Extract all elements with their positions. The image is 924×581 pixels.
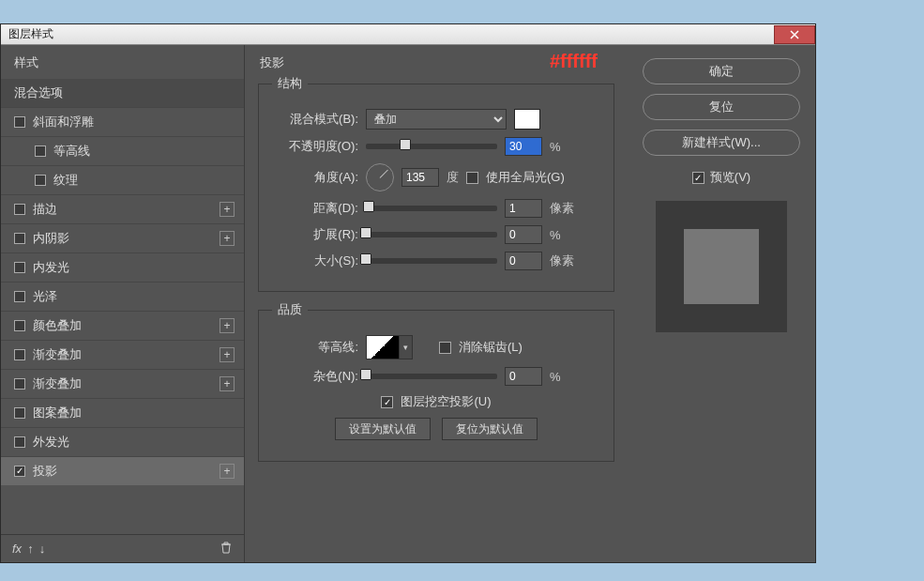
size-unit: 像素	[550, 252, 574, 269]
opacity-input[interactable]	[505, 137, 542, 156]
set-default-button[interactable]: 设置为默认值	[335, 418, 431, 440]
effect-item-9[interactable]: 渐变叠加+	[1, 369, 244, 398]
spread-label: 扩展(R):	[272, 226, 358, 243]
add-effect-icon[interactable]: +	[220, 231, 235, 246]
size-input[interactable]	[505, 252, 542, 270]
angle-dial[interactable]	[366, 163, 394, 191]
effect-checkbox[interactable]	[14, 466, 25, 477]
preview-checkbox[interactable]	[692, 172, 704, 184]
distance-unit: 像素	[550, 200, 574, 217]
structure-group: 结构 混合模式(B): 叠加 不透明度(O): % 角度(A):	[258, 75, 614, 292]
effect-item-11[interactable]: 外发光	[1, 427, 244, 456]
ok-button[interactable]: 确定	[643, 58, 800, 84]
effects-sidebar: 样式 混合选项 斜面和浮雕等高线纹理描边+内阴影+内发光光泽颜色叠加+渐变叠加+…	[1, 45, 245, 562]
effect-item-3[interactable]: 描边+	[1, 194, 244, 223]
opacity-slider[interactable]	[366, 144, 497, 149]
knockout-checkbox[interactable]	[381, 396, 393, 408]
preview-label: 预览(V)	[710, 169, 750, 186]
opacity-label: 不透明度(O):	[272, 138, 358, 155]
effect-item-4[interactable]: 内阴影+	[1, 223, 244, 252]
effect-checkbox[interactable]	[14, 116, 25, 128]
trash-icon[interactable]	[220, 541, 233, 557]
contour-picker[interactable]	[366, 335, 400, 359]
contour-label: 等高线:	[272, 339, 358, 356]
fx-menu-icon[interactable]: fx	[12, 542, 22, 556]
effect-item-12[interactable]: 投影+	[1, 456, 244, 485]
settings-panel: #ffffff 投影 结构 混合模式(B): 叠加 不透明度(O): %	[245, 45, 628, 562]
spread-slider[interactable]	[366, 232, 497, 237]
distance-slider[interactable]	[366, 206, 497, 211]
effect-checkbox[interactable]	[14, 262, 25, 273]
quality-group: 品质 等高线: ▾ 消除锯齿(L) 杂色(N): %	[258, 301, 614, 462]
effect-label: 投影	[33, 463, 220, 480]
effect-label: 光泽	[33, 288, 235, 305]
antialias-checkbox[interactable]	[439, 342, 451, 354]
effect-checkbox[interactable]	[14, 378, 25, 390]
effect-item-2[interactable]: 纹理	[1, 165, 244, 194]
color-swatch[interactable]	[514, 109, 540, 130]
global-light-checkbox[interactable]	[466, 172, 478, 184]
spread-unit: %	[550, 228, 561, 242]
effect-item-1[interactable]: 等高线	[1, 136, 244, 165]
effect-checkbox[interactable]	[35, 175, 46, 186]
effect-checkbox[interactable]	[14, 233, 25, 244]
noise-unit: %	[550, 370, 561, 384]
effect-label: 等高线	[53, 143, 235, 160]
window-title: 图层样式	[8, 26, 53, 42]
noise-input[interactable]	[505, 367, 542, 386]
contour-dropdown-icon[interactable]: ▾	[400, 335, 413, 359]
effect-label: 内阴影	[33, 230, 220, 247]
distance-input[interactable]	[505, 199, 542, 218]
effect-item-8[interactable]: 渐变叠加+	[1, 340, 244, 369]
knockout-label: 图层挖空投影(U)	[401, 393, 491, 410]
effect-label: 纹理	[53, 172, 235, 189]
add-effect-icon[interactable]: +	[220, 376, 235, 391]
close-icon	[790, 30, 799, 39]
add-effect-icon[interactable]: +	[220, 202, 235, 217]
antialias-label: 消除锯齿(L)	[459, 339, 523, 356]
arrow-up-icon[interactable]: ↑	[27, 542, 34, 556]
angle-label: 角度(A):	[272, 169, 358, 186]
add-effect-icon[interactable]: +	[220, 318, 235, 333]
preview-box	[656, 201, 787, 332]
preview-swatch	[684, 229, 759, 304]
angle-unit: 度	[447, 169, 459, 186]
add-effect-icon[interactable]: +	[220, 347, 235, 362]
layer-style-dialog: 图层样式 样式 混合选项 斜面和浮雕等高线纹理描边+内阴影+内发光光泽颜色叠加+…	[0, 23, 816, 563]
effect-checkbox[interactable]	[14, 436, 25, 448]
effect-checkbox[interactable]	[14, 291, 25, 302]
effect-item-10[interactable]: 图案叠加	[1, 398, 244, 427]
effect-item-7[interactable]: 颜色叠加+	[1, 311, 244, 340]
add-effect-icon[interactable]: +	[220, 464, 235, 479]
close-button[interactable]	[774, 25, 815, 44]
spread-input[interactable]	[505, 225, 542, 244]
titlebar[interactable]: 图层样式	[1, 24, 815, 45]
sidebar-blending-options[interactable]: 混合选项	[1, 79, 244, 107]
arrow-down-icon[interactable]: ↓	[39, 542, 46, 556]
noise-slider[interactable]	[366, 374, 497, 379]
effect-checkbox[interactable]	[14, 204, 25, 215]
effect-item-0[interactable]: 斜面和浮雕	[1, 107, 244, 136]
sidebar-footer: fx ↑ ↓	[1, 534, 244, 562]
global-light-label: 使用全局光(G)	[486, 169, 565, 186]
effect-label: 渐变叠加	[33, 346, 220, 363]
effect-label: 渐变叠加	[33, 375, 220, 392]
angle-input[interactable]	[401, 168, 439, 187]
cancel-button[interactable]: 复位	[643, 94, 800, 120]
sidebar-header[interactable]: 样式	[1, 45, 244, 79]
right-panel: 确定 复位 新建样式(W)... 预览(V)	[628, 45, 815, 562]
dialog-body: 样式 混合选项 斜面和浮雕等高线纹理描边+内阴影+内发光光泽颜色叠加+渐变叠加+…	[1, 45, 815, 562]
effect-item-6[interactable]: 光泽	[1, 282, 244, 311]
effect-item-5[interactable]: 内发光	[1, 252, 244, 282]
new-style-button[interactable]: 新建样式(W)...	[643, 130, 800, 156]
opacity-unit: %	[550, 140, 561, 154]
effect-checkbox[interactable]	[14, 320, 25, 331]
effect-label: 图案叠加	[33, 405, 235, 421]
size-slider[interactable]	[366, 258, 497, 264]
reset-default-button[interactable]: 复位为默认值	[442, 418, 538, 440]
size-label: 大小(S):	[272, 252, 358, 269]
effect-checkbox[interactable]	[14, 407, 25, 419]
blend-mode-select[interactable]: 叠加	[366, 109, 507, 130]
effect-checkbox[interactable]	[14, 349, 25, 360]
effect-checkbox[interactable]	[35, 145, 46, 157]
